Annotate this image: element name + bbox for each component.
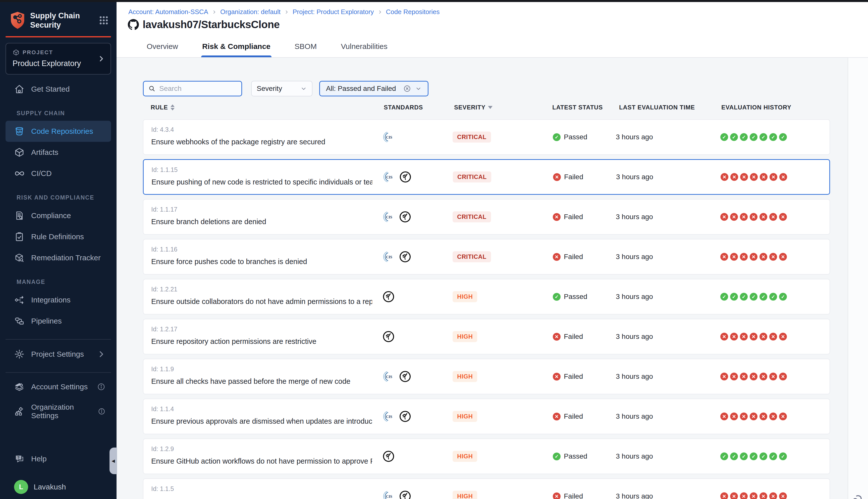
sidebar-user-menu[interactable]: L Lavakush — [5, 476, 111, 498]
active-tab-underline — [201, 56, 272, 57]
sort-desc-icon — [488, 106, 493, 109]
table-row[interactable]: Id: 1.1.16 Ensure force pushes code to b… — [143, 239, 830, 275]
table-row[interactable]: Id: 1.2.9 Ensure GitHub action workflows… — [143, 438, 830, 474]
history-fail-icon: ✕ — [730, 213, 738, 221]
column-header-latest-status: LATEST STATUS — [552, 104, 603, 111]
column-header-rule[interactable]: RULE — [151, 104, 174, 111]
table-row[interactable]: Id: 1.1.5 CIS HIGH ✕ Failed 3 hours ago … — [143, 478, 830, 499]
last-evaluation-time: 3 hours ago — [616, 373, 653, 380]
rule-name: Ensure force pushes code to branches is … — [151, 257, 307, 266]
table-row[interactable]: Id: 1.2.21 Ensure outside collaborators … — [143, 279, 830, 315]
table-row[interactable]: Id: 1.1.15 Ensure pushing of new code is… — [143, 159, 830, 195]
table-row[interactable]: Id: 4.3.4 Ensure webhooks of the package… — [143, 119, 830, 155]
rule-name: Ensure outside collaborators do not have… — [151, 297, 372, 306]
column-header-severity[interactable]: SEVERITY — [454, 104, 493, 111]
table-row[interactable]: Id: 1.1.17 Ensure branch deletions are d… — [143, 199, 830, 235]
svg-text:CIS: CIS — [386, 175, 393, 179]
sidebar-item-compliance[interactable]: Compliance — [5, 205, 111, 226]
search-input[interactable] — [159, 85, 237, 93]
severity-filter-label: Severity — [257, 85, 282, 93]
breadcrumb-link[interactable]: Organization: default — [220, 8, 280, 16]
sidebar-item-label: Organization Settings — [31, 403, 98, 420]
rule-id: Id: 1.1.4 — [151, 405, 372, 413]
severity-filter-dropdown[interactable]: Severity — [251, 81, 312, 96]
history-fail-icon: ✕ — [720, 413, 728, 421]
chat-support-icon[interactable] — [852, 493, 864, 499]
sidebar-item-help[interactable]: ? Help — [5, 448, 111, 470]
rule-id: Id: 1.2.17 — [151, 326, 316, 333]
breadcrumb-link[interactable]: Project: Product Exploratory — [293, 8, 374, 16]
history-pass-icon: ✓ — [730, 293, 738, 301]
sidebar-item-integrations[interactable]: Integrations — [5, 289, 111, 311]
rule-name: Ensure GitHub action workflows do not ha… — [151, 457, 372, 465]
table-row[interactable]: Id: 1.2.17 Ensure repository action perm… — [143, 319, 830, 354]
info-icon[interactable] — [97, 382, 106, 391]
history-pass-icon: ✓ — [720, 453, 728, 460]
svg-text:?: ? — [17, 455, 20, 460]
sidebar-item-pipelines[interactable]: Pipelines — [5, 311, 111, 331]
status-failed-icon: ✕ — [553, 333, 560, 341]
rule-cell: Id: 1.1.15 Ensure pushing of new code is… — [152, 166, 373, 186]
tab-overview[interactable]: Overview — [146, 42, 179, 57]
sidebar-logo-row: Supply Chain Security — [10, 11, 109, 29]
account-layers-icon — [14, 381, 25, 392]
project-selector-card[interactable]: PROJECT Product Exploratory — [5, 43, 111, 75]
chevron-down-icon — [415, 85, 422, 92]
severity-cell: CRITICAL — [453, 171, 491, 182]
tab-risk-compliance[interactable]: Risk & Compliance — [201, 42, 272, 57]
owasp-standard-icon — [399, 490, 411, 499]
breadcrumb-link[interactable]: Code Repositories — [386, 8, 440, 16]
sidebar-item-get-started[interactable]: Get Started — [5, 78, 111, 100]
sidebar-collapse-handle[interactable]: ◀ — [109, 448, 117, 474]
history-fail-icon: ✕ — [770, 173, 777, 181]
table-row[interactable]: Id: 1.1.9 Ensure all checks have passed … — [143, 359, 830, 394]
info-icon[interactable] — [98, 407, 106, 416]
sidebar-item-code-repositories[interactable]: Code Repositories — [5, 121, 111, 142]
svg-text:CIS: CIS — [386, 375, 392, 379]
module-grid-icon[interactable] — [98, 15, 109, 26]
sidebar-item-artifacts[interactable]: Artifacts — [5, 142, 111, 163]
sidebar-item-remediation-tracker[interactable]: Remediation Tracker — [5, 247, 111, 268]
history-fail-icon: ✕ — [750, 213, 758, 221]
cis-standard-icon: CIS — [383, 410, 395, 423]
sidebar-settings-bottom: Account Settings Organization Settings — [0, 373, 117, 422]
clear-filter-icon[interactable] — [403, 85, 411, 93]
rule-cell: Id: 1.1.5 — [151, 485, 174, 497]
severity-cell: HIGH — [453, 411, 477, 422]
breadcrumb-link[interactable]: Account: Automation-SSCA — [128, 8, 208, 16]
cis-standard-icon: CIS — [383, 370, 395, 382]
last-evaluation-time: 3 hours ago — [616, 293, 653, 301]
severity-badge: HIGH — [453, 411, 477, 422]
rule-id: Id: 1.2.9 — [151, 445, 372, 453]
severity-badge: HIGH — [453, 331, 477, 342]
history-fail-icon: ✕ — [750, 413, 758, 421]
column-header-evaluation-history: EVALUATION HISTORY — [721, 104, 792, 111]
status-label: Failed — [564, 492, 583, 499]
rule-name: Ensure all checks have passed before the… — [151, 377, 350, 386]
history-fail-icon: ✕ — [730, 333, 738, 341]
evaluation-history-cell: ✕✕✕✕✕✕✕ — [720, 413, 787, 421]
svg-text:CIS: CIS — [386, 495, 392, 499]
sidebar-item-organization-settings[interactable]: Organization Settings — [5, 401, 111, 422]
standards-cell: CIS — [383, 160, 411, 194]
tab-sbom[interactable]: SBOM — [293, 42, 318, 57]
tab-vulnerabilities[interactable]: Vulnerabilities — [340, 42, 388, 57]
severity-badge: CRITICAL — [453, 211, 491, 222]
table-row[interactable]: Id: 1.1.4 Ensure previous approvals are … — [143, 399, 830, 434]
cicd-infinity-icon — [14, 168, 25, 179]
rule-cell: Id: 1.2.21 Ensure outside collaborators … — [151, 285, 372, 306]
sidebar-item-ci-cd[interactable]: CI/CD — [5, 163, 111, 184]
page-title: lavakush07/StarbucksClone — [143, 19, 279, 31]
evaluation-history-cell: ✕✕✕✕✕✕✕ — [720, 333, 787, 341]
history-fail-icon: ✕ — [769, 413, 777, 421]
sidebar-item-account-settings[interactable]: Account Settings — [5, 376, 111, 397]
github-icon — [128, 19, 139, 31]
sidebar-item-label: Pipelines — [31, 317, 62, 325]
status-filter-dropdown[interactable]: All: Passed and Failed — [319, 81, 429, 96]
sidebar-item-project-settings[interactable]: Project Settings — [5, 344, 111, 365]
sidebar-item-label: Artifacts — [31, 148, 58, 157]
history-fail-icon: ✕ — [779, 373, 787, 380]
sidebar-item-rule-definitions[interactable]: Rule Definitions — [5, 226, 111, 247]
severity-badge: HIGH — [453, 291, 477, 302]
project-cube-icon — [13, 49, 20, 56]
